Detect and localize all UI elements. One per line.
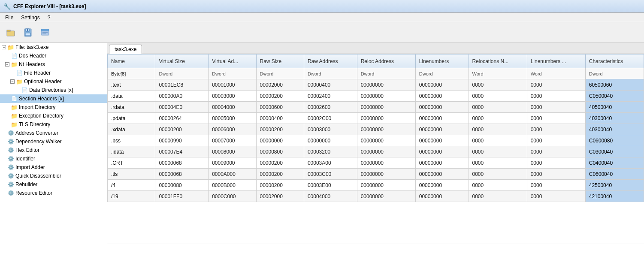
table-row[interactable]: /4000000800000B0000000020000003E00000000… [108,180,644,191]
table-row[interactable]: .CRT00000068000090000000020000003A000000… [108,157,644,169]
table-row[interactable]: .bss000009900000700000000000000000000000… [108,135,644,146]
table-row[interactable]: .rdata000004E000004000000006000000260000… [108,102,644,113]
col-header-name[interactable]: Name [108,54,155,68]
file-icon: 📄 [11,52,18,59]
folder-icon: 📁 [11,61,18,68]
svg-rect-3 [7,30,10,31]
sidebar-item-file-header[interactable]: 📄File Header [0,69,107,77]
table-row[interactable]: /1900001FF00000C000000020000000400000000… [108,191,644,202]
col-header-virtual-addr[interactable]: Virtual Ad... [209,54,256,68]
col-header-raw-size[interactable]: Raw Size [256,54,304,68]
cell-reloc-address: 00000000 [357,169,415,180]
sidebar-item-import-adder[interactable]: ⚙️Import Adder [0,163,107,172]
col-header-linenumbers2[interactable]: Linenumbers ... [527,54,585,68]
col-header-raw-address[interactable]: Raw Address [304,54,357,68]
toolbar [0,22,644,43]
menu-settings[interactable]: Settings [18,14,43,21]
col-header-virtual-size[interactable]: Virtual Size [155,54,209,68]
folder-icon: 📁 [11,104,18,111]
table-row[interactable]: .text00001EC8000010000000200000000400000… [108,79,644,91]
cell-reloc-address: 00000000 [357,180,415,191]
cell-linenumbers2: 0000 [527,169,585,180]
sidebar-item-dependency-walker[interactable]: ⚙️Dependency Walker [0,137,107,146]
sidebar-item-nt-headers[interactable]: −📁Nt Headers [0,60,107,69]
sidebar-item-label: Import Adder [15,164,45,170]
cell-characteristics: C0500040 [585,91,644,102]
cell-name: .text [108,79,155,91]
cell-linenumbers: 00000000 [415,79,469,91]
sidebar-item-rebuilder[interactable]: ⚙️Rebuilder [0,180,107,189]
file-icon: 📄 [11,95,18,102]
svg-rect-1 [7,31,15,36]
cell-characteristics: C0400040 [585,157,644,169]
col-header-linenumbers[interactable]: Linenumbers [415,54,469,68]
cell-relocations-n: 0000 [469,79,527,91]
cell-linenumbers2: 0000 [527,157,585,169]
cell-virtual-size: 00000264 [155,113,209,124]
table-row[interactable]: .data000000A0000030000000020000002400000… [108,91,644,102]
table-container[interactable]: NameVirtual SizeVirtual Ad...Raw SizeRaw… [107,54,644,244]
table-row[interactable]: .idata000007E400008000000008000000320000… [108,146,644,157]
sidebar-item-label: Section Headers [x] [19,96,64,102]
sidebar-item-optional-header[interactable]: −📁Optional Header [0,77,107,86]
cell-raw-size: 00002000 [256,79,304,91]
title-bar: 🔧 CFF Explorer VIII - [task3.exe] [0,0,644,13]
menu-file[interactable]: File [2,14,17,21]
type-cell-relocations-n: Word [469,68,527,79]
save-button[interactable] [21,25,36,40]
cell-raw-size: 00000000 [256,135,304,146]
expand-icon[interactable]: − [5,62,9,66]
table-row[interactable]: .xdata0000020000006000000002000000300000… [108,124,644,135]
table-row[interactable]: .tls000000680000A0000000020000003C000000… [108,169,644,180]
expand-icon[interactable]: − [10,79,15,84]
type-cell-raw-size: Dword [256,68,304,79]
sidebar-item-exception-directory[interactable]: 📁Exception Directory [0,112,107,120]
type-row: Byte[8]DwordDwordDwordDwordDwordDwordWor… [108,68,644,79]
sidebar-item-data-directories[interactable]: 📄Data Directories [x] [0,86,107,94]
gear-icon: ⚙️ [7,181,14,188]
cell-virtual-addr: 00009000 [209,157,256,169]
cell-raw-size: 00000600 [256,102,304,113]
sidebar-item-resource-editor[interactable]: ⚙️Resource Editor [0,189,107,197]
cell-name: .idata [108,146,155,157]
sidebar-item-quick-disassembler[interactable]: ⚙️Quick Disassembler [0,172,107,180]
cell-linenumbers2: 0000 [527,180,585,191]
cell-relocations-n: 0000 [469,169,527,180]
cell-characteristics: 40300040 [585,113,644,124]
sidebar-item-label: Optional Header [24,79,61,85]
file-icon: 📄 [16,70,23,76]
cell-linenumbers2: 0000 [527,79,585,91]
sidebar-item-file-task3[interactable]: −📁File: task3.exe [0,43,107,51]
sidebar-item-hex-editor[interactable]: ⚙️Hex Editor [0,146,107,154]
cell-linenumbers: 00000000 [415,124,469,135]
cell-virtual-size: 000004E0 [155,102,209,113]
cell-linenumbers: 00000000 [415,169,469,180]
menu-bar: File Settings ? [0,13,644,22]
cell-name: .pdata [108,113,155,124]
sidebar-item-address-converter[interactable]: ⚙️Address Converter [0,129,107,137]
sidebar-item-dos-header[interactable]: 📄Dos Header [0,51,107,60]
nav-button[interactable] [38,25,53,40]
open-button[interactable] [3,25,19,40]
cell-virtual-size: 00001EC8 [155,79,209,91]
svg-rect-9 [41,29,49,31]
sidebar-item-identifier[interactable]: ⚙️Identifier [0,154,107,163]
tab-task3[interactable]: task3.exe [109,45,142,54]
cell-characteristics: C0300040 [585,146,644,157]
cell-raw-size: 00000200 [256,124,304,135]
sidebar-item-section-headers[interactable]: 📄Section Headers [x] [0,94,107,103]
sidebar-item-import-directory[interactable]: 📁Import Directory [0,103,107,112]
cell-raw-address: 00000000 [304,135,357,146]
col-header-relocations-n[interactable]: Relocations N... [469,54,527,68]
col-header-characteristics[interactable]: Characteristics [585,54,644,68]
cell-raw-size: 00000200 [256,91,304,102]
col-header-reloc-address[interactable]: Reloc Address [357,54,415,68]
sidebar-item-tls-directory[interactable]: 📁TLS Directory [0,120,107,129]
menu-help[interactable]: ? [44,14,54,21]
cell-reloc-address: 00000000 [357,91,415,102]
sidebar-item-label: File: task3.exe [15,44,48,50]
table-row[interactable]: .pdata00000264000050000000040000002C0000… [108,113,644,124]
sidebar-item-label: TLS Directory [19,121,50,127]
cell-linenumbers2: 0000 [527,102,585,113]
expand-icon[interactable]: − [2,45,6,49]
